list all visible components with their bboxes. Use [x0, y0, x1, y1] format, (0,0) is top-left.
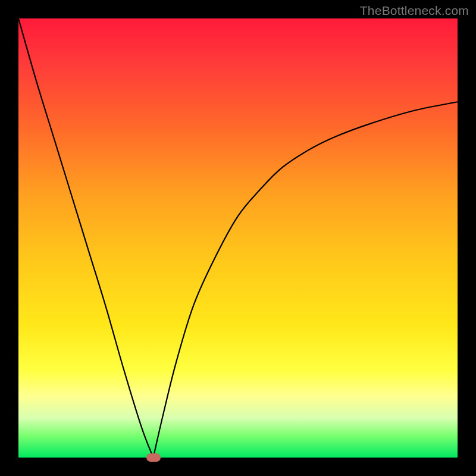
chart-plot-area [18, 18, 458, 458]
watermark-text: TheBottleneck.com [360, 4, 469, 18]
chart-minimum-marker [146, 453, 161, 462]
